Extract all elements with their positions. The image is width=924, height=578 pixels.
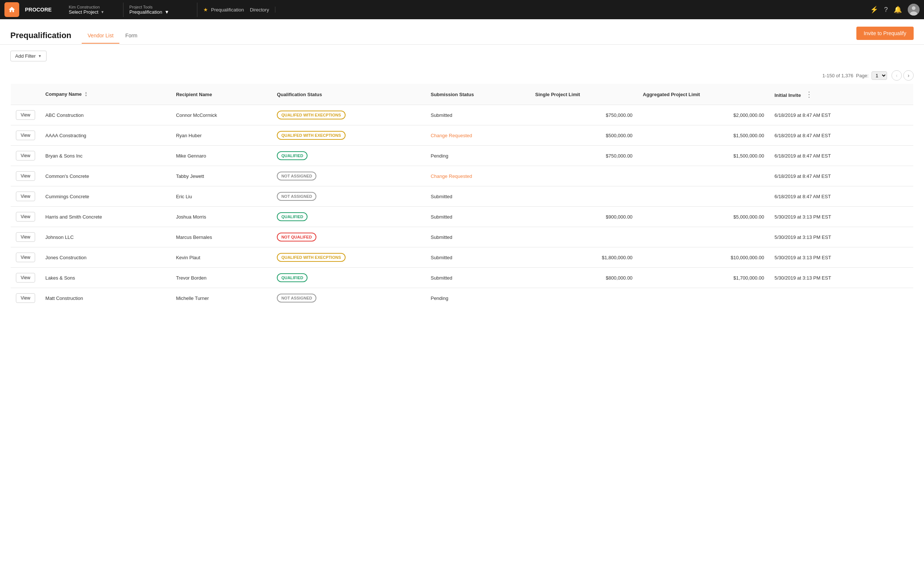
nav-right-actions: ⚡ ? 🔔 [870, 4, 919, 16]
view-button[interactable]: View [16, 130, 35, 140]
company-selector[interactable]: Kim Construction Select Project ▼ [64, 3, 123, 17]
single-limit-cell [530, 166, 638, 187]
filter-label: Add Filter [15, 53, 36, 59]
recipient-name-cell: Tabby Jewett [171, 166, 272, 187]
table-row: ViewABC ConstructionConnor McCormickQUAL… [11, 105, 914, 125]
col-qual-header: Qualification Status [272, 84, 426, 105]
page-header-left: Prequalification Vendor List Form [10, 28, 143, 43]
top-nav: PROCORE Kim Construction Select Project … [0, 0, 924, 19]
submission-status-cell: Submitted [426, 105, 530, 125]
qual-status-cell: QUALIFED WITH EXECPTIONS [272, 105, 426, 125]
single-limit-cell: $800,000.00 [530, 268, 638, 288]
agg-limit-cell [638, 227, 769, 247]
single-limit-cell: $900,000.00 [530, 207, 638, 227]
view-button[interactable]: View [16, 151, 35, 161]
chevron-down-icon-tools: ▼ [165, 9, 169, 15]
initial-invite-cell: 6/18/2019 at 8:47 AM EST [769, 187, 913, 207]
page-content: Prequalification Vendor List Form Invite… [0, 19, 924, 578]
initial-invite-cell: 6/18/2019 at 8:47 AM EST [769, 105, 913, 125]
qualification-badge: QUALIFIED [277, 212, 307, 221]
view-button[interactable]: View [16, 253, 35, 262]
agg-limit-cell: $10,000,000.00 [638, 247, 769, 268]
tools-label: Project Tools [129, 5, 191, 9]
agg-limit-cell: $1,500,000.00 [638, 146, 769, 166]
company-name-cell: Bryan & Sons Inc [40, 146, 171, 166]
initial-invite-cell: 5/30/2019 at 3:13 PM EST [769, 207, 913, 227]
initial-invite-cell: 6/18/2019 at 8:47 AM EST [769, 146, 913, 166]
view-button[interactable]: View [16, 171, 35, 181]
company-name-cell: Cummings Concrete [40, 187, 171, 207]
page-prev-button[interactable]: ‹ [892, 70, 902, 81]
initial-invite-cell: 5/30/2019 at 3:13 PM EST [769, 227, 913, 247]
qualification-badge: QUALIFED WITH EXECPTIONS [277, 110, 345, 119]
pagination-bar: 1-150 of 1,376 Page: 1 2 3 ‹ › [0, 67, 924, 84]
qual-status-cell: NOT ASSIGNED [272, 288, 426, 308]
single-limit-cell: $750,000.00 [530, 146, 638, 166]
view-button[interactable]: View [16, 110, 35, 120]
agg-limit-cell [638, 187, 769, 207]
view-button[interactable]: View [16, 293, 35, 303]
initial-invite-cell: 6/18/2019 at 8:47 AM EST [769, 166, 913, 187]
tools-value: Prequalification ▼ [129, 9, 191, 15]
tab-form[interactable]: Form [120, 28, 143, 44]
qualification-badge: QUALIFIED [277, 273, 307, 282]
single-limit-cell: $750,000.00 [530, 105, 638, 125]
table-row: ViewCummings ConcreteEric LiuNOT ASSIGNE… [11, 187, 914, 207]
agg-limit-cell [638, 288, 769, 308]
procore-logo: PROCORE [24, 6, 57, 14]
user-avatar[interactable] [908, 4, 919, 16]
recipient-name-cell: Eric Liu [171, 187, 272, 207]
star-icon: ★ [203, 6, 208, 13]
table-row: ViewJones ConstructionKevin PlautQUALIFE… [11, 247, 914, 268]
help-icon[interactable]: ? [884, 6, 888, 14]
agg-limit-cell: $2,000,000.00 [638, 105, 769, 125]
col-invite-header: Initial Invite ⋮ [769, 84, 913, 105]
page-header: Prequalification Vendor List Form Invite… [0, 19, 924, 45]
company-name-cell: Harris and Smith Concrete [40, 207, 171, 227]
recipient-name-cell: Marcus Bernales [171, 227, 272, 247]
table-row: ViewMatt ConstructionMichelle TurnerNOT … [11, 288, 914, 308]
recipient-name-cell: Michelle Turner [171, 288, 272, 308]
page-select[interactable]: 1 2 3 [872, 71, 887, 80]
page-title: Prequalification [10, 31, 71, 40]
notifications-icon[interactable]: 🔔 [894, 6, 902, 14]
company-name-cell: Lakes & Sons [40, 268, 171, 288]
table-header-row: Company Name ▲▼ Recipient Name Qualifica… [11, 84, 914, 105]
page-next-button[interactable]: › [903, 70, 914, 81]
tab-vendor-list[interactable]: Vendor List [82, 28, 120, 44]
col-company-header[interactable]: Company Name ▲▼ [40, 84, 171, 105]
view-button[interactable]: View [16, 212, 35, 221]
fav-prequalification[interactable]: Prequalification [211, 7, 244, 13]
company-label: Kim Construction [69, 5, 119, 9]
qual-status-cell: NOT ASSIGNED [272, 166, 426, 187]
single-limit-cell [530, 288, 638, 308]
table-row: ViewBryan & Sons IncMike GennaroQUALIFIE… [11, 146, 914, 166]
fav-directory[interactable]: Directory [250, 7, 269, 13]
invite-to-prequalify-button[interactable]: Invite to Prequalify [856, 27, 914, 40]
add-filter-button[interactable]: Add Filter ▼ [10, 51, 47, 62]
favorites-list: Prequalification Directory [211, 7, 269, 13]
qual-status-cell: NOT ASSIGNED [272, 187, 426, 207]
sort-icon-company: ▲▼ [85, 91, 87, 97]
submission-status-cell: Submitted [426, 227, 530, 247]
submission-status-cell: Change Requested [426, 166, 530, 187]
qualification-badge: NOT ASSIGNED [277, 192, 316, 201]
power-icon[interactable]: ⚡ [870, 6, 878, 14]
submission-status-cell: Submitted [426, 247, 530, 268]
qual-status-cell: QUALIFIED [272, 146, 426, 166]
col-single-header: Single Project Limit [530, 84, 638, 105]
table-options-button[interactable]: ⋮ [803, 88, 816, 100]
page-label: Page: [856, 73, 869, 78]
initial-invite-cell: 6/18/2019 at 8:47 AM EST [769, 125, 913, 146]
chevron-down-icon: ▼ [100, 10, 104, 14]
project-tools-selector[interactable]: Project Tools Prequalification ▼ [123, 3, 197, 17]
recipient-name-cell: Joshua Morris [171, 207, 272, 227]
home-button[interactable] [5, 2, 19, 17]
recipient-name-cell: Kevin Plaut [171, 247, 272, 268]
view-button[interactable]: View [16, 232, 35, 242]
submission-status-cell: Change Requested [426, 125, 530, 146]
col-sub-header: Submission Status [426, 84, 530, 105]
submission-status-cell: Submitted [426, 268, 530, 288]
view-button[interactable]: View [16, 273, 35, 283]
view-button[interactable]: View [16, 192, 35, 201]
